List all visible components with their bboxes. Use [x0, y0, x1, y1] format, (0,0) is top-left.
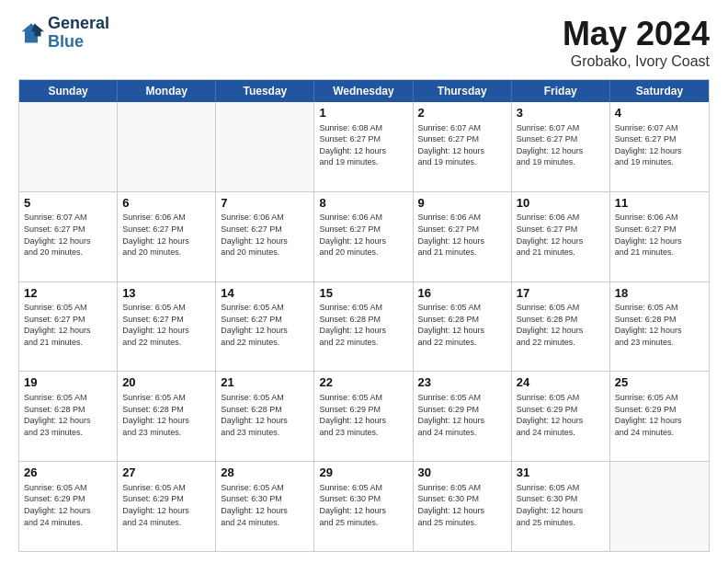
- calendar-header: SundayMondayTuesdayWednesdayThursdayFrid…: [19, 80, 709, 102]
- calendar-row-3: 12Sunrise: 6:05 AMSunset: 6:27 PMDayligh…: [19, 282, 709, 372]
- calendar-cell-4: 4Sunrise: 6:07 AMSunset: 6:27 PMDaylight…: [610, 102, 709, 191]
- day-info: Sunrise: 6:05 AMSunset: 6:29 PMDaylight:…: [24, 482, 112, 528]
- day-number: 1: [319, 105, 407, 121]
- day-of-week-thursday: Thursday: [414, 80, 512, 102]
- day-number: 31: [517, 465, 605, 481]
- day-info: Sunrise: 6:05 AMSunset: 6:29 PMDaylight:…: [319, 392, 407, 438]
- calendar-cell-2: 2Sunrise: 6:07 AMSunset: 6:27 PMDaylight…: [414, 102, 512, 191]
- calendar-cell-empty-0-0: [19, 102, 118, 191]
- day-number: 29: [319, 465, 407, 481]
- calendar-cell-26: 26Sunrise: 6:05 AMSunset: 6:29 PMDayligh…: [19, 462, 118, 551]
- day-number: 26: [24, 465, 112, 481]
- day-number: 11: [615, 195, 704, 212]
- calendar-row-5: 26Sunrise: 6:05 AMSunset: 6:29 PMDayligh…: [19, 461, 709, 551]
- day-info: Sunrise: 6:05 AMSunset: 6:28 PMDaylight:…: [24, 392, 112, 438]
- calendar-cell-22: 22Sunrise: 6:05 AMSunset: 6:29 PMDayligh…: [314, 372, 413, 461]
- calendar-cell-5: 5Sunrise: 6:07 AMSunset: 6:27 PMDaylight…: [19, 192, 118, 282]
- calendar-cell-8: 8Sunrise: 6:06 AMSunset: 6:27 PMDaylight…: [314, 192, 413, 282]
- calendar-cell-30: 30Sunrise: 6:05 AMSunset: 6:30 PMDayligh…: [414, 462, 512, 551]
- day-number: 13: [122, 285, 210, 302]
- calendar-page: General Blue May 2024 Grobako, Ivory Coa…: [0, 0, 728, 563]
- day-number: 17: [517, 285, 605, 302]
- calendar-cell-9: 9Sunrise: 6:06 AMSunset: 6:27 PMDaylight…: [414, 192, 512, 282]
- calendar-cell-1: 1Sunrise: 6:08 AMSunset: 6:27 PMDaylight…: [314, 102, 413, 191]
- day-number: 18: [615, 285, 704, 302]
- day-number: 20: [122, 374, 210, 391]
- day-info: Sunrise: 6:05 AMSunset: 6:30 PMDaylight:…: [517, 482, 605, 528]
- day-info: Sunrise: 6:06 AMSunset: 6:27 PMDaylight:…: [418, 212, 506, 258]
- day-info: Sunrise: 6:05 AMSunset: 6:27 PMDaylight:…: [122, 302, 210, 348]
- logo-text: General Blue: [48, 15, 109, 52]
- calendar-cell-empty-0-1: [118, 102, 216, 191]
- day-info: Sunrise: 6:05 AMSunset: 6:30 PMDaylight:…: [418, 482, 506, 528]
- day-info: Sunrise: 6:05 AMSunset: 6:28 PMDaylight:…: [221, 392, 309, 438]
- day-info: Sunrise: 6:08 AMSunset: 6:27 PMDaylight:…: [319, 122, 407, 168]
- day-info: Sunrise: 6:05 AMSunset: 6:28 PMDaylight:…: [418, 302, 506, 348]
- calendar-cell-empty-0-2: [216, 102, 314, 191]
- day-number: 6: [122, 195, 210, 212]
- day-number: 16: [418, 285, 506, 302]
- location: Grobako, Ivory Coast: [563, 53, 710, 70]
- day-of-week-friday: Friday: [512, 80, 610, 102]
- day-number: 10: [517, 195, 605, 212]
- calendar-cell-20: 20Sunrise: 6:05 AMSunset: 6:28 PMDayligh…: [118, 372, 216, 461]
- logo: General Blue: [18, 15, 109, 52]
- calendar-cell-14: 14Sunrise: 6:05 AMSunset: 6:27 PMDayligh…: [216, 282, 314, 372]
- day-info: Sunrise: 6:06 AMSunset: 6:27 PMDaylight:…: [319, 212, 407, 258]
- day-info: Sunrise: 6:05 AMSunset: 6:28 PMDaylight:…: [517, 302, 605, 348]
- calendar-cell-23: 23Sunrise: 6:05 AMSunset: 6:29 PMDayligh…: [414, 372, 512, 461]
- day-number: 27: [122, 465, 210, 481]
- day-number: 15: [319, 285, 407, 302]
- day-info: Sunrise: 6:05 AMSunset: 6:28 PMDaylight:…: [122, 392, 210, 438]
- calendar-cell-16: 16Sunrise: 6:05 AMSunset: 6:28 PMDayligh…: [414, 282, 512, 372]
- day-of-week-monday: Monday: [118, 80, 216, 102]
- day-info: Sunrise: 6:05 AMSunset: 6:29 PMDaylight:…: [615, 392, 704, 438]
- calendar-cell-empty-4-6: [610, 462, 709, 551]
- calendar-cell-10: 10Sunrise: 6:06 AMSunset: 6:27 PMDayligh…: [512, 192, 610, 282]
- day-info: Sunrise: 6:07 AMSunset: 6:27 PMDaylight:…: [418, 122, 506, 168]
- calendar-row-4: 19Sunrise: 6:05 AMSunset: 6:28 PMDayligh…: [19, 371, 709, 461]
- day-number: 3: [517, 105, 605, 121]
- day-number: 24: [517, 374, 605, 391]
- header: General Blue May 2024 Grobako, Ivory Coa…: [18, 15, 710, 70]
- calendar-cell-25: 25Sunrise: 6:05 AMSunset: 6:29 PMDayligh…: [610, 372, 709, 461]
- calendar-cell-24: 24Sunrise: 6:05 AMSunset: 6:29 PMDayligh…: [512, 372, 610, 461]
- calendar-cell-3: 3Sunrise: 6:07 AMSunset: 6:27 PMDaylight…: [512, 102, 610, 191]
- day-number: 12: [24, 285, 112, 302]
- day-of-week-wednesday: Wednesday: [314, 80, 413, 102]
- day-number: 14: [221, 285, 309, 302]
- day-info: Sunrise: 6:07 AMSunset: 6:27 PMDaylight:…: [24, 212, 112, 258]
- calendar-row-2: 5Sunrise: 6:07 AMSunset: 6:27 PMDaylight…: [19, 191, 709, 282]
- day-number: 5: [24, 195, 112, 212]
- calendar-cell-13: 13Sunrise: 6:05 AMSunset: 6:27 PMDayligh…: [118, 282, 216, 372]
- calendar-cell-6: 6Sunrise: 6:06 AMSunset: 6:27 PMDaylight…: [118, 192, 216, 282]
- calendar-cell-12: 12Sunrise: 6:05 AMSunset: 6:27 PMDayligh…: [19, 282, 118, 372]
- day-info: Sunrise: 6:07 AMSunset: 6:27 PMDaylight:…: [615, 122, 704, 168]
- day-number: 7: [221, 195, 309, 212]
- day-info: Sunrise: 6:06 AMSunset: 6:27 PMDaylight:…: [517, 212, 605, 258]
- day-info: Sunrise: 6:05 AMSunset: 6:28 PMDaylight:…: [615, 302, 704, 348]
- day-of-week-saturday: Saturday: [610, 80, 709, 102]
- day-number: 4: [615, 105, 704, 121]
- day-info: Sunrise: 6:05 AMSunset: 6:27 PMDaylight:…: [24, 302, 112, 348]
- day-info: Sunrise: 6:05 AMSunset: 6:28 PMDaylight:…: [319, 302, 407, 348]
- calendar-cell-11: 11Sunrise: 6:06 AMSunset: 6:27 PMDayligh…: [610, 192, 709, 282]
- day-info: Sunrise: 6:06 AMSunset: 6:27 PMDaylight:…: [122, 212, 210, 258]
- day-of-week-tuesday: Tuesday: [216, 80, 314, 102]
- day-info: Sunrise: 6:05 AMSunset: 6:29 PMDaylight:…: [418, 392, 506, 438]
- day-info: Sunrise: 6:05 AMSunset: 6:30 PMDaylight:…: [221, 482, 309, 528]
- calendar-body: 1Sunrise: 6:08 AMSunset: 6:27 PMDaylight…: [19, 102, 709, 551]
- day-info: Sunrise: 6:05 AMSunset: 6:29 PMDaylight:…: [517, 392, 605, 438]
- logo-icon: [18, 20, 44, 46]
- calendar-cell-27: 27Sunrise: 6:05 AMSunset: 6:29 PMDayligh…: [118, 462, 216, 551]
- calendar-cell-29: 29Sunrise: 6:05 AMSunset: 6:30 PMDayligh…: [314, 462, 413, 551]
- day-number: 30: [418, 465, 506, 481]
- calendar-cell-18: 18Sunrise: 6:05 AMSunset: 6:28 PMDayligh…: [610, 282, 709, 372]
- day-info: Sunrise: 6:05 AMSunset: 6:30 PMDaylight:…: [319, 482, 407, 528]
- calendar-cell-19: 19Sunrise: 6:05 AMSunset: 6:28 PMDayligh…: [19, 372, 118, 461]
- day-number: 8: [319, 195, 407, 212]
- day-number: 28: [221, 465, 309, 481]
- day-number: 19: [24, 374, 112, 391]
- calendar-cell-17: 17Sunrise: 6:05 AMSunset: 6:28 PMDayligh…: [512, 282, 610, 372]
- day-info: Sunrise: 6:07 AMSunset: 6:27 PMDaylight:…: [517, 122, 605, 168]
